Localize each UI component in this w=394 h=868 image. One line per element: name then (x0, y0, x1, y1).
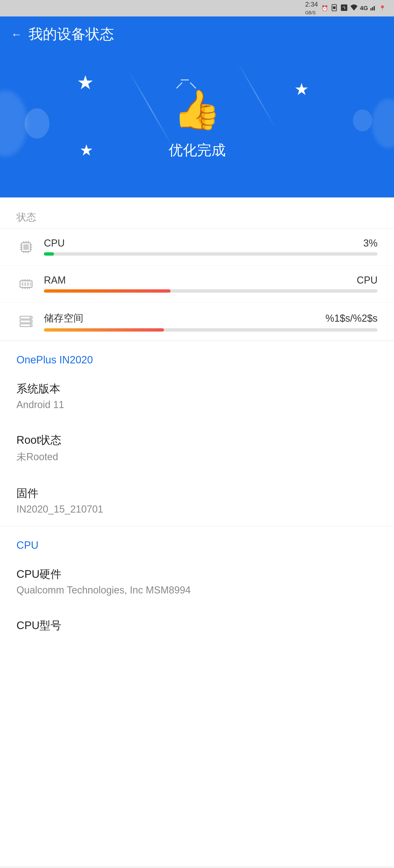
ram-icon-box (17, 275, 36, 294)
ram-value: CPU (357, 275, 377, 286)
svg-rect-4 (374, 6, 375, 10)
svg-rect-24 (30, 282, 31, 286)
svg-rect-23 (27, 282, 29, 286)
svg-rect-7 (23, 244, 29, 250)
firmware-item: 固件 IN2020_15_210701 (0, 475, 394, 526)
nfc-icon (340, 4, 348, 13)
device-section-header: OnePlus IN2020 (0, 341, 394, 370)
ram-chip-icon (19, 276, 34, 292)
thumbs-up-icon: 👍 (173, 87, 221, 132)
system-version-value: Android 11 (17, 399, 377, 410)
device-group: OnePlus IN2020 系统版本 Android 11 Root状态 未R… (0, 341, 394, 526)
location-icon: 📍 (379, 5, 386, 11)
svg-rect-22 (24, 282, 26, 286)
storage-icon-box (17, 312, 36, 331)
status-icons: ⏰ 4G 📍 (321, 4, 386, 13)
ram-label: RAM (44, 275, 66, 286)
bubble-left (25, 108, 50, 138)
svg-rect-5 (375, 5, 376, 10)
page-title: 我的设备状态 (29, 25, 114, 44)
cpu-model-item: CPU型号 (0, 607, 394, 647)
ram-status-item: RAM CPU (0, 266, 394, 303)
alarm-icon: ⏰ (321, 5, 328, 11)
status-section-header: 状态 (0, 197, 394, 229)
cpu-progress-fill (44, 252, 54, 256)
status-time: 2:34 GB/S (305, 1, 318, 16)
cpu-section-header: CPU (0, 526, 394, 556)
star-1: ★ (77, 71, 94, 94)
cpu-hardware-item: CPU硬件 Qualcomm Technologies, Inc MSM8994 (0, 556, 394, 607)
ram-status-content: RAM CPU (44, 275, 377, 292)
storage-status-content: 储存空间 %1$s/%2$s (44, 312, 377, 332)
status-bar: 2:34 GB/S ⏰ 4G (0, 0, 394, 17)
content-spacer (0, 647, 394, 866)
root-status-value: 未Rooted (17, 450, 377, 464)
svg-point-38 (30, 325, 31, 326)
root-status-item: Root状态 未Rooted (0, 422, 394, 475)
storage-label: 储存空间 (44, 312, 84, 325)
cpu-model-label: CPU型号 (17, 618, 377, 633)
hero-section: ★ ★ ★ 👍 优化完成 (0, 50, 394, 197)
wifi-icon (350, 4, 358, 12)
svg-rect-2 (370, 8, 371, 10)
star-3: ★ (79, 141, 93, 159)
svg-rect-21 (22, 282, 23, 286)
cpu-progress-track (44, 252, 377, 256)
status-group: 状态 (0, 197, 394, 341)
cpu-status-item: CPU 3% (0, 229, 394, 266)
main-content: 状态 (0, 197, 394, 866)
cpu-group: CPU CPU硬件 Qualcomm Technologies, Inc MSM… (0, 526, 394, 866)
ram-progress-fill (44, 289, 170, 292)
svg-rect-3 (372, 7, 373, 10)
bubble-right (353, 110, 372, 131)
cpu-status-content: CPU 3% (44, 238, 377, 256)
sparkle-line-2 (181, 80, 189, 80)
svg-point-37 (30, 321, 31, 322)
star-2: ★ (294, 80, 309, 99)
firmware-label: 固件 (17, 486, 377, 501)
system-version-label: 系统版本 (17, 381, 377, 396)
cpu-chip-icon (19, 240, 34, 255)
page-header: ← 我的设备状态 (0, 17, 394, 50)
signal-bar-icon (370, 4, 377, 12)
firmware-value: IN2020_15_210701 (17, 503, 377, 515)
signal-4g-icon: 4G (360, 5, 368, 12)
svg-point-36 (30, 317, 31, 318)
storage-value: %1$s/%2$s (325, 313, 377, 324)
ram-progress-track (44, 289, 377, 292)
storage-icon (19, 313, 34, 329)
cpu-icon-box (17, 238, 36, 257)
cpu-hardware-label: CPU硬件 (17, 567, 377, 582)
root-status-label: Root状态 (17, 433, 377, 447)
hero-optimization-text: 优化完成 (169, 141, 226, 160)
system-version-item: 系统版本 Android 11 (0, 370, 394, 422)
storage-progress-fill (44, 328, 164, 332)
svg-rect-1 (333, 6, 335, 9)
sim-icon (330, 4, 338, 13)
storage-status-item: 储存空间 %1$s/%2$s (0, 303, 394, 341)
storage-progress-track (44, 328, 377, 332)
back-button[interactable]: ← (11, 28, 22, 40)
cpu-label: CPU (44, 238, 65, 249)
cpu-hardware-value: Qualcomm Technologies, Inc MSM8994 (17, 584, 377, 596)
cpu-value: 3% (363, 238, 377, 249)
